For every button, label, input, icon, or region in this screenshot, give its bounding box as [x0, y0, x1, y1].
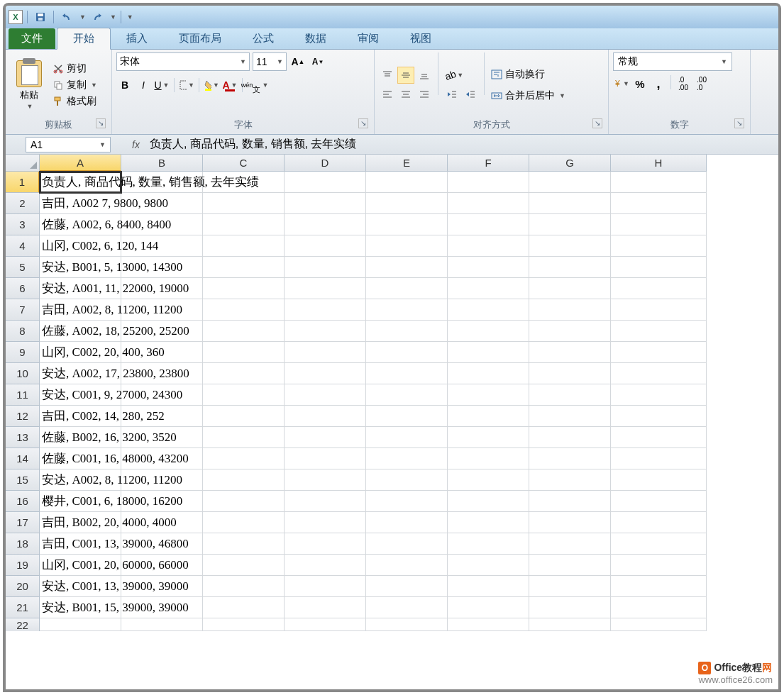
cell[interactable] — [366, 384, 448, 406]
align-top-button[interactable] — [379, 67, 396, 84]
cell[interactable] — [611, 491, 707, 512]
cell[interactable] — [611, 235, 707, 257]
cell[interactable] — [448, 342, 529, 363]
cell[interactable] — [611, 555, 707, 576]
decrease-indent-button[interactable] — [443, 86, 460, 103]
cell[interactable] — [366, 257, 448, 278]
cell[interactable] — [611, 278, 707, 299]
cell[interactable] — [529, 342, 611, 363]
cell[interactable] — [285, 299, 366, 321]
cell[interactable] — [529, 491, 611, 512]
select-all-corner[interactable] — [6, 155, 40, 172]
cell[interactable] — [448, 235, 529, 257]
dialog-launcher-icon[interactable]: ↘ — [734, 118, 744, 128]
cell[interactable] — [448, 321, 529, 342]
cell[interactable] — [529, 321, 611, 342]
cell[interactable]: 安达, A002, 8, 11200, 11200 — [40, 469, 121, 491]
cell[interactable] — [285, 491, 366, 512]
increase-font-button[interactable]: A▲ — [289, 53, 307, 70]
cell[interactable] — [203, 363, 285, 384]
cell[interactable]: 佐藤, A002, 6, 8400, 8400 — [40, 214, 121, 235]
cell[interactable] — [529, 235, 611, 257]
cell[interactable]: 樱井, C001, 6, 18000, 16200 — [40, 491, 121, 512]
cell[interactable] — [448, 491, 529, 512]
row-header[interactable]: 9 — [6, 342, 40, 363]
cell[interactable] — [203, 214, 285, 235]
cells-area[interactable]: 负责人, 商品代码, 数量, 销售额, 去年实绩吉田, A002 7, 9800… — [40, 172, 707, 631]
cell[interactable] — [611, 384, 707, 406]
cell[interactable] — [203, 342, 285, 363]
cell[interactable] — [448, 299, 529, 321]
cell[interactable] — [611, 193, 707, 214]
cell[interactable] — [203, 576, 285, 597]
increase-indent-button[interactable] — [462, 86, 479, 103]
cell[interactable] — [203, 278, 285, 299]
cell[interactable]: 山冈, C002, 20, 400, 360 — [40, 342, 121, 363]
cell[interactable] — [529, 172, 611, 193]
cell[interactable] — [121, 618, 203, 631]
currency-button[interactable]: ¥▼ — [613, 75, 630, 92]
cell[interactable] — [203, 618, 285, 631]
tab-page-layout[interactable]: 页面布局 — [163, 28, 237, 49]
cell[interactable] — [366, 448, 448, 469]
cell[interactable] — [285, 342, 366, 363]
cell[interactable] — [366, 235, 448, 257]
redo-button[interactable] — [89, 9, 106, 25]
cell[interactable] — [448, 363, 529, 384]
row-header[interactable]: 20 — [6, 576, 40, 597]
align-left-button[interactable] — [379, 86, 396, 103]
cell[interactable] — [366, 321, 448, 342]
column-header[interactable]: B — [121, 155, 203, 172]
cell[interactable] — [448, 597, 529, 618]
align-middle-button[interactable] — [397, 67, 414, 84]
cell[interactable] — [203, 193, 285, 214]
column-header[interactable]: F — [448, 155, 529, 172]
formula-bar[interactable]: 负责人, 商品代码, 数量, 销售额, 去年实绩 — [145, 137, 361, 152]
save-button[interactable] — [32, 9, 49, 25]
cell[interactable] — [611, 406, 707, 427]
tab-home[interactable]: 开始 — [57, 28, 111, 50]
italic-button[interactable]: I — [135, 77, 152, 94]
cell[interactable] — [611, 257, 707, 278]
cell[interactable] — [366, 342, 448, 363]
cell[interactable] — [366, 299, 448, 321]
cell[interactable]: 吉田, B002, 20, 4000, 4000 — [40, 512, 121, 533]
cell[interactable] — [203, 448, 285, 469]
cell[interactable] — [285, 363, 366, 384]
row-header[interactable]: 18 — [6, 533, 40, 555]
cell[interactable] — [366, 193, 448, 214]
phonetic-button[interactable]: wén文▼ — [246, 77, 263, 94]
row-header[interactable]: 11 — [6, 384, 40, 406]
row-header[interactable]: 6 — [6, 278, 40, 299]
cell[interactable]: 吉田, A002 7, 9800, 9800 — [40, 193, 121, 214]
cell[interactable] — [529, 555, 611, 576]
column-header[interactable]: G — [529, 155, 611, 172]
cell[interactable] — [448, 576, 529, 597]
font-name-select[interactable]: 宋体▼ — [116, 52, 250, 71]
cell[interactable] — [448, 193, 529, 214]
underline-button[interactable]: U▼ — [153, 77, 170, 94]
cell[interactable]: 负责人, 商品代码, 数量, 销售额, 去年实绩 — [40, 172, 121, 193]
cell[interactable] — [448, 469, 529, 491]
cell[interactable] — [203, 235, 285, 257]
cell[interactable] — [448, 214, 529, 235]
cell[interactable] — [285, 172, 366, 193]
cell[interactable] — [285, 384, 366, 406]
tab-review[interactable]: 审阅 — [342, 28, 394, 49]
column-header[interactable]: D — [285, 155, 366, 172]
row-header[interactable]: 7 — [6, 299, 40, 321]
bold-button[interactable]: B — [116, 77, 133, 94]
cell[interactable] — [366, 555, 448, 576]
cell[interactable] — [448, 406, 529, 427]
cell[interactable] — [203, 321, 285, 342]
cell[interactable] — [203, 512, 285, 533]
row-header[interactable]: 10 — [6, 363, 40, 384]
cell[interactable] — [366, 172, 448, 193]
cell[interactable] — [366, 278, 448, 299]
cell[interactable] — [40, 618, 121, 631]
cell[interactable] — [611, 363, 707, 384]
cell[interactable] — [203, 469, 285, 491]
cell[interactable] — [366, 533, 448, 555]
format-painter-button[interactable]: 格式刷 — [51, 94, 99, 109]
percent-button[interactable]: % — [631, 75, 648, 92]
